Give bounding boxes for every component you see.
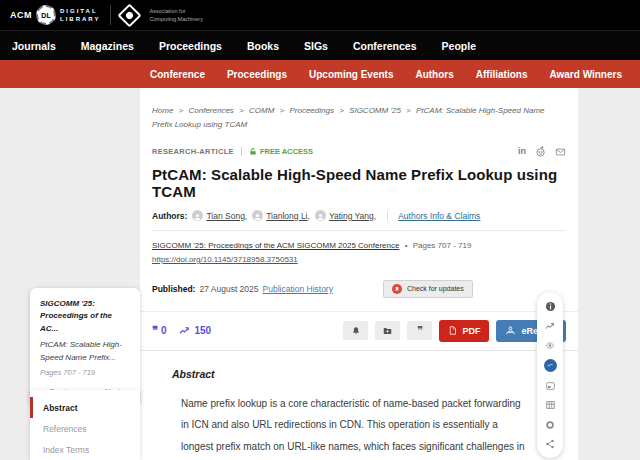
- share-icon[interactable]: [545, 439, 555, 449]
- article-title: PtCAM: Scalable High-Speed Name Prefix L…: [152, 166, 566, 200]
- ereader-icon: [505, 325, 516, 336]
- downloads-count-value: 150: [194, 325, 211, 336]
- alerts-button[interactable]: [343, 321, 368, 340]
- email-share-icon[interactable]: [555, 147, 566, 157]
- nav-item-people[interactable]: People: [442, 40, 476, 52]
- nav-item-proceedings[interactable]: Proceedings: [159, 40, 222, 52]
- proceedings-link[interactable]: SIGCOMM '25: Proceedings of the ACM SIGC…: [152, 241, 399, 250]
- check-for-updates-button[interactable]: Check for updates: [383, 280, 473, 298]
- share-icons-group: in: [518, 146, 566, 157]
- free-access-badge: FREE ACCESS: [249, 147, 313, 156]
- article-content-card: Home > Conferences > COMM > Proceedings …: [140, 88, 578, 460]
- dl-gear-icon: DL: [36, 5, 56, 25]
- section-nav-index-terms[interactable]: Index Terms: [30, 439, 140, 460]
- author-avatar: [315, 210, 326, 221]
- author-link[interactable]: Tian Song: [192, 210, 247, 221]
- subnav-item-proceedings[interactable]: Proceedings: [227, 69, 287, 80]
- breadcrumb-sigcomm25[interactable]: SIGCOMM '25: [349, 106, 401, 115]
- primary-nav: Journals Magazines Proceedings Books SIG…: [0, 30, 640, 60]
- save-to-binder-button[interactable]: [375, 321, 400, 340]
- association-label: Association forComputing Machinery: [149, 7, 203, 24]
- linkedin-share-icon[interactable]: in: [518, 147, 526, 156]
- open-lock-icon: [249, 147, 257, 156]
- abstract-text: Name prefix lookup is a core characteris…: [172, 393, 540, 460]
- breadcrumb-separator: >: [239, 106, 244, 115]
- author-avatar: [252, 210, 263, 221]
- folder-add-icon: [382, 326, 393, 336]
- subnav-item-conference[interactable]: Conference: [150, 69, 205, 80]
- acm-association-logo[interactable]: Association forComputing Machinery: [121, 7, 203, 24]
- nav-item-conferences[interactable]: Conferences: [353, 40, 417, 52]
- reddit-share-icon[interactable]: [535, 146, 546, 157]
- subnav-item-award-winners[interactable]: Award Winners: [549, 69, 622, 80]
- breadcrumb: Home > Conferences > COMM > Proceedings …: [152, 104, 566, 131]
- cite-quote-icon: ❞: [417, 327, 423, 334]
- breadcrumb-separator: >: [179, 106, 184, 115]
- published-date: 27 August 2025: [199, 284, 258, 294]
- subnav-item-upcoming-events[interactable]: Upcoming Events: [309, 69, 393, 80]
- breadcrumb-comm[interactable]: COMM: [249, 106, 274, 115]
- acm-dl-logo[interactable]: ACM DL DIGITALLIBRARY: [10, 5, 100, 25]
- breadcrumb-separator: >: [406, 106, 411, 115]
- authors-row: Authors: Tian Song Tianlong Li Yating Ya…: [152, 210, 566, 231]
- metrics-toolbar: ❞ 0 150 ❞: [140, 311, 578, 351]
- article-action-buttons: ❞ PDF eReader: [343, 320, 566, 342]
- author-link[interactable]: Yating Yang: [315, 210, 376, 221]
- subnav-item-authors[interactable]: Authors: [415, 69, 453, 80]
- article-type-label: RESEARCH-ARTICLE: [152, 147, 234, 156]
- brand-divider: [110, 5, 111, 25]
- info-icon[interactable]: [545, 301, 556, 312]
- nav-item-books[interactable]: Books: [247, 40, 279, 52]
- side-paper-title: PtCAM: Scalable High-Speed Name Prefix..…: [40, 339, 130, 364]
- author-avatar: [192, 210, 203, 221]
- abstract-heading: Abstract: [172, 368, 540, 380]
- side-proceeding-title[interactable]: SIGCOMM '25: Proceedings of the AC...: [40, 298, 130, 335]
- breadcrumb-proceedings[interactable]: Proceedings: [289, 106, 333, 115]
- author-link[interactable]: Tianlong Li: [252, 210, 310, 221]
- citation-count[interactable]: ❞ 0: [152, 325, 166, 336]
- media-icon[interactable]: [545, 381, 556, 391]
- tables-icon[interactable]: [545, 400, 556, 410]
- crossmark-icon: [392, 284, 402, 294]
- breadcrumb-conferences[interactable]: Conferences: [188, 106, 233, 115]
- citation-count-value: 0: [161, 325, 167, 336]
- acm-logo-text: ACM: [10, 10, 32, 20]
- downloads-count[interactable]: 150: [178, 325, 211, 336]
- nav-item-journals[interactable]: Journals: [12, 40, 56, 52]
- nav-item-magazines[interactable]: Magazines: [81, 40, 134, 52]
- published-label: Published:: [152, 284, 195, 294]
- pdf-button-label: PDF: [462, 326, 480, 336]
- section-nav-references[interactable]: References: [30, 418, 140, 439]
- published-row: Published: 27 August 2025 Publication Hi…: [152, 280, 566, 298]
- meta-divider: [241, 147, 242, 156]
- subnav-item-affiliations[interactable]: Affiliations: [476, 69, 528, 80]
- pages-text: Pages 707 - 719: [413, 241, 472, 250]
- pdf-file-icon: [448, 325, 457, 336]
- conference-subnav: Conference Proceedings Upcoming Events A…: [0, 60, 640, 88]
- citation-quote-icon: ❞: [152, 327, 158, 334]
- authors-label: Authors:: [152, 211, 187, 221]
- metrics-icon[interactable]: [544, 321, 556, 331]
- check-for-updates-label: Check for updates: [407, 285, 464, 292]
- eye-icon[interactable]: [544, 341, 556, 350]
- blue-badge-icon[interactable]: [544, 359, 557, 372]
- breadcrumb-home[interactable]: Home: [152, 106, 173, 115]
- pdf-button[interactable]: PDF: [439, 320, 489, 342]
- nav-item-sigs[interactable]: SIGs: [304, 40, 328, 52]
- acm-diamond-icon: [118, 3, 142, 27]
- breadcrumb-separator: >: [280, 106, 285, 115]
- publication-history-link[interactable]: Publication History: [263, 284, 333, 294]
- venue-separator: •: [405, 241, 408, 250]
- authors-info-claims-link[interactable]: Authors Info & Claims: [387, 211, 480, 221]
- downloads-trend-icon: [178, 325, 191, 336]
- record-icon[interactable]: [545, 420, 555, 430]
- side-pages: Pages 707 - 719: [40, 368, 130, 377]
- digital-library-label: DIGITALLIBRARY: [60, 7, 100, 23]
- abstract-section: Abstract Name prefix lookup is a core ch…: [152, 368, 566, 460]
- free-access-label: FREE ACCESS: [260, 147, 313, 156]
- top-header-bar: ACM DL DIGITALLIBRARY Association forCom…: [0, 0, 640, 30]
- doi-link[interactable]: https://doi.org/10.1145/3718958.3750531: [152, 254, 298, 267]
- floating-tools-toolbar: [537, 292, 563, 458]
- cite-button[interactable]: ❞: [407, 321, 432, 340]
- section-nav-abstract[interactable]: Abstract: [30, 397, 140, 418]
